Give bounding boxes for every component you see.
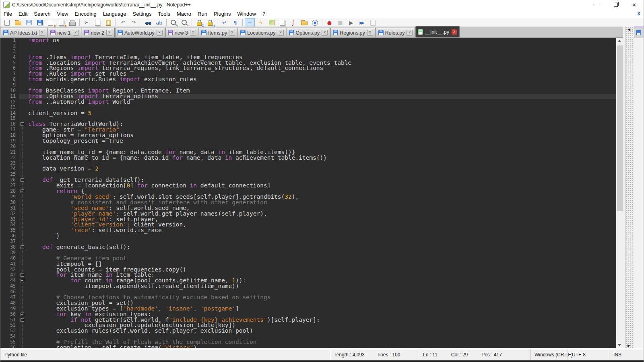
- tab-options-py[interactable]: Options.pyx: [287, 28, 330, 37]
- menu-settings[interactable]: Settings: [130, 10, 155, 17]
- menu-file[interactable]: File: [0, 10, 15, 17]
- scrollbar-thumb[interactable]: [617, 45, 623, 211]
- tab-ap-ideas-txt[interactable]: AP Ideas.txtx: [1, 28, 47, 37]
- menu-macro[interactable]: Macro: [173, 10, 194, 17]
- close-all-button[interactable]: x: [56, 18, 66, 27]
- fold-guide-line: [22, 323, 23, 328]
- function-list-button[interactable]: ƒ: [288, 18, 298, 27]
- minimize-button[interactable]: [588, 0, 607, 10]
- tab-new-2[interactable]: new 2x: [82, 28, 115, 37]
- docked-panel-tab[interactable]: [634, 27, 644, 38]
- fold-collapse-icon[interactable]: [21, 178, 24, 182]
- code-editor[interactable]: 1import os234from .Items import Terraria…: [0, 38, 616, 348]
- collapse-right-icon[interactable]: ▶: [627, 343, 630, 348]
- tab-close-icon[interactable]: x: [451, 29, 457, 35]
- fold-collapse-icon[interactable]: [21, 122, 24, 126]
- line-number: 32: [0, 211, 18, 217]
- line-number: 3: [0, 49, 18, 55]
- replace-button[interactable]: ab: [154, 18, 164, 27]
- close-document-x[interactable]: X: [637, 11, 640, 16]
- macro-stop-button[interactable]: ■: [335, 18, 345, 27]
- tab-close-icon[interactable]: x: [367, 30, 373, 36]
- print-button[interactable]: [67, 18, 77, 27]
- monitoring-button[interactable]: [310, 18, 320, 27]
- tab-close-icon[interactable]: x: [229, 30, 235, 36]
- fold-collapse-icon[interactable]: [21, 273, 24, 277]
- menu-plugins[interactable]: Plugins: [211, 10, 234, 17]
- macro-run-multiple-button[interactable]: ▶▶: [357, 18, 367, 27]
- macro-save-button[interactable]: [368, 18, 378, 27]
- copy-button[interactable]: [93, 18, 103, 27]
- save-button[interactable]: [24, 18, 34, 27]
- copy-icon: [95, 20, 100, 26]
- file-icon: [3, 30, 8, 35]
- menu-language[interactable]: Language: [100, 10, 130, 17]
- save-all-button[interactable]: [35, 18, 45, 27]
- indent-guide-button[interactable]: ≡: [245, 18, 255, 27]
- line-number: 18: [0, 133, 18, 138]
- paste-button[interactable]: [103, 18, 114, 27]
- tab-autoworld-py[interactable]: AutoWorld.pyx: [115, 28, 165, 37]
- tab-regions-py[interactable]: Regions.pyx: [330, 28, 376, 37]
- undo-button[interactable]: ↶: [118, 18, 128, 27]
- fold-collapse-icon[interactable]: [21, 313, 24, 316]
- document-list-button[interactable]: [277, 18, 287, 27]
- menu-window[interactable]: Window: [234, 10, 259, 17]
- fold-margin: [19, 155, 26, 161]
- show-all-characters-button[interactable]: ¶: [230, 18, 240, 27]
- tab-close-icon[interactable]: x: [157, 30, 163, 36]
- menu-run[interactable]: Run: [194, 10, 211, 17]
- open-file-button[interactable]: [13, 18, 23, 27]
- tab-close-icon[interactable]: x: [322, 30, 328, 36]
- cut-button[interactable]: ✂: [82, 18, 92, 27]
- fold-collapse-icon[interactable]: [21, 245, 24, 249]
- zoom-out-button[interactable]: −: [180, 18, 190, 27]
- tab-items-py[interactable]: Items.pyx: [199, 28, 237, 37]
- user-defined-language-button[interactable]: ϟ: [256, 18, 266, 27]
- close-file-button[interactable]: x: [45, 18, 56, 27]
- menu-tools[interactable]: Tools: [155, 10, 173, 17]
- cut-icon: ✂: [85, 20, 89, 25]
- menu-search[interactable]: Search: [31, 10, 54, 17]
- scroll-up-arrow[interactable]: [616, 38, 623, 45]
- tab-close-icon[interactable]: x: [407, 30, 413, 36]
- macro-play-button[interactable]: ▶: [346, 18, 356, 27]
- tab-close-icon[interactable]: x: [190, 30, 196, 36]
- menu-help[interactable]: ?: [259, 10, 268, 17]
- fold-collapse-icon[interactable]: [21, 279, 24, 282]
- tab-close-icon[interactable]: x: [39, 30, 45, 36]
- tab-close-icon[interactable]: x: [106, 30, 112, 36]
- line-number: 24: [0, 166, 18, 172]
- tab--init-py[interactable]: __init__.pyx: [415, 26, 459, 37]
- collapse-left-icon[interactable]: ◀: [627, 27, 630, 31]
- find-button[interactable]: [143, 18, 153, 27]
- macro-record-button[interactable]: ●: [324, 18, 334, 27]
- fold-guide-line: [22, 183, 23, 189]
- menu-edit[interactable]: Edit: [15, 10, 31, 17]
- scroll-down-arrow[interactable]: [616, 341, 623, 348]
- tab-close-icon[interactable]: x: [73, 30, 79, 36]
- restore-button[interactable]: [607, 0, 625, 10]
- new-file-button[interactable]: +: [2, 18, 12, 27]
- fold-margin: [19, 105, 26, 111]
- tab-rules-py[interactable]: Rules.pyx: [376, 28, 415, 37]
- vertical-scrollbar[interactable]: [616, 38, 623, 348]
- tab-close-icon[interactable]: x: [278, 30, 284, 36]
- word-wrap-button[interactable]: ↵: [219, 18, 229, 27]
- document-map-button[interactable]: [266, 18, 277, 27]
- fold-collapse-icon[interactable]: [21, 318, 24, 322]
- redo-button[interactable]: ↷: [129, 18, 139, 27]
- tab-new-1[interactable]: new 1x: [48, 28, 81, 37]
- close-window-button[interactable]: ✕: [625, 0, 644, 10]
- docked-panel-splitter[interactable]: ◀ ▶: [625, 27, 634, 348]
- menu-encoding[interactable]: Encoding: [72, 10, 100, 17]
- tab-new-3[interactable]: new 3x: [165, 28, 198, 37]
- menu-view[interactable]: View: [54, 10, 72, 17]
- sync-horizontal-scroll-button[interactable]: ↔: [205, 18, 215, 27]
- code-line: 22 location_name_to_id = {name: data.id …: [0, 155, 616, 161]
- tab-locations-py[interactable]: Locations.pyx: [238, 28, 286, 37]
- zoom-in-button[interactable]: +: [169, 18, 179, 27]
- folder-as-workspace-button[interactable]: [299, 18, 309, 27]
- fold-collapse-icon[interactable]: [21, 189, 24, 193]
- sync-vertical-scroll-button[interactable]: ↕: [194, 18, 204, 27]
